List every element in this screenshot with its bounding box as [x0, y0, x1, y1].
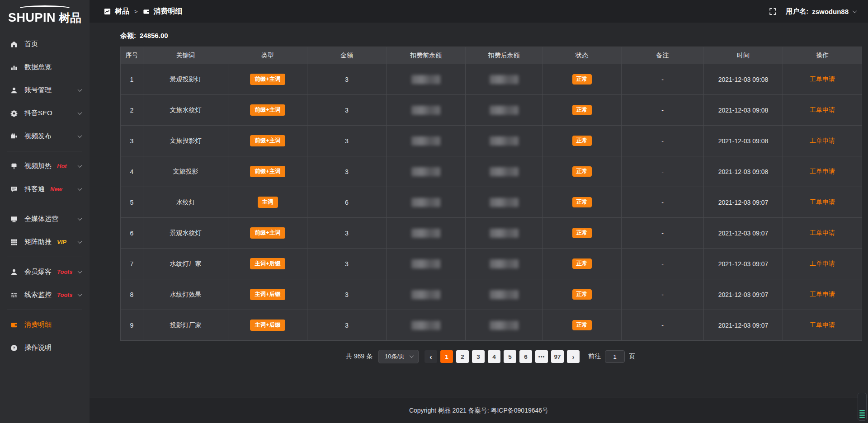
sidebar: SHUPIN 树品 首页数据总览账号管理抖音SEO视频发布视频加热Hot抖客通N… [0, 0, 90, 423]
cell-amount: 6 [307, 187, 387, 218]
sidebar-item-tag: Hot [57, 163, 67, 169]
sidebar-item-video-heat[interactable]: 视频加热Hot [0, 155, 90, 178]
cell-type: 前缀+主词 [228, 64, 307, 95]
main-column: 树品 > 消费明细 用户名: zswodun88 余额:24 [90, 0, 868, 423]
table-row: 4文旅投影前缀+主词3正常-2021-12-03 09:08工单申请 [121, 156, 862, 187]
topbar: 树品 > 消费明细 用户名: zswodun88 [90, 0, 868, 23]
cell-type: 前缀+主词 [228, 156, 307, 187]
user-menu[interactable]: 用户名: zswodun88 [786, 7, 856, 16]
page-button-97[interactable]: 97 [551, 350, 564, 363]
type-badge: 主词+后缀 [250, 258, 285, 269]
sidebar-item-label: 会员爆客 [24, 268, 52, 276]
blurred-balance [490, 229, 519, 238]
sidebar-item-account-management[interactable]: 账号管理 [0, 79, 90, 102]
table-row: 6景观水纹灯前缀+主词3正常-2021-12-03 09:07工单申请 [121, 218, 862, 249]
sidebar-item-label: 账号管理 [24, 86, 52, 94]
sidebar-item-douyin-seo[interactable]: 抖音SEO [0, 102, 90, 125]
cell-action: 工单申请 [783, 249, 862, 279]
work-order-link[interactable]: 工单申请 [810, 229, 835, 236]
page-button-2[interactable]: 2 [456, 350, 469, 363]
cell-keyword: 水纹灯厂家 [143, 249, 228, 279]
jump-page-input[interactable] [605, 350, 625, 363]
blurred-balance [411, 167, 440, 176]
cell-time: 2021-12-03 09:08 [704, 95, 783, 126]
work-order-link[interactable]: 工单申请 [810, 321, 835, 329]
cell-post-balance [466, 187, 542, 218]
type-badge: 主词+后缀 [250, 289, 285, 300]
cell-type: 主词+后缀 [228, 279, 307, 310]
work-order-link[interactable]: 工单申请 [810, 137, 835, 144]
cell-amount: 3 [307, 218, 387, 249]
type-badge: 主词+后缀 [250, 320, 285, 331]
next-page-button[interactable]: › [567, 350, 580, 363]
page-size-select[interactable]: 10条/页 [378, 350, 419, 363]
more-pages-button[interactable]: ••• [535, 350, 548, 363]
sidebar-item-matrix-boost[interactable]: 矩阵助推VIP [0, 230, 90, 254]
cell-pre-balance [387, 279, 466, 310]
sidebar-item-douketong[interactable]: 抖客通New [0, 178, 90, 201]
chevron-down-icon [78, 110, 82, 115]
chevron-down-icon [410, 353, 414, 358]
balance-label: 余额: [120, 32, 136, 39]
work-order-link[interactable]: 工单申请 [810, 198, 835, 206]
sidebar-nav: 首页数据总览账号管理抖音SEO视频发布视频加热Hot抖客通New全媒体运营矩阵助… [0, 30, 90, 423]
video-icon [10, 132, 18, 141]
blurred-balance [490, 290, 519, 299]
type-badge: 前缀+主词 [250, 166, 285, 177]
cell-action: 工单申请 [783, 310, 862, 341]
user-icon [10, 86, 18, 94]
work-order-link[interactable]: 工单申请 [810, 75, 835, 83]
cell-time: 2021-12-03 09:07 [704, 218, 783, 249]
sidebar-divider [7, 257, 82, 257]
cell-type: 前缀+主词 [228, 126, 307, 156]
sidebar-item-clue-monitor[interactable]: 线索监控Tools [0, 283, 90, 306]
table-row: 7水纹灯厂家主词+后缀3正常-2021-12-03 09:07工单申请 [121, 249, 862, 279]
work-order-link[interactable]: 工单申请 [810, 260, 835, 267]
cell-pre-balance [387, 126, 466, 156]
home-icon [10, 40, 18, 48]
username-value: zswodun88 [812, 8, 849, 15]
page-button-6[interactable]: 6 [519, 350, 532, 363]
cell-type: 主词+后缀 [228, 310, 307, 341]
cell-pre-balance [387, 218, 466, 249]
cell-index: 4 [121, 156, 143, 187]
cell-amount: 3 [307, 156, 387, 187]
sidebar-item-home[interactable]: 首页 [0, 33, 90, 56]
breadcrumb-home[interactable]: 树品 [115, 7, 129, 16]
svg-text:?: ? [13, 345, 15, 350]
work-order-link[interactable]: 工单申请 [810, 291, 835, 298]
cell-pre-balance [387, 249, 466, 279]
sidebar-item-member-baoke[interactable]: 会员爆客Tools [0, 260, 90, 283]
cell-type: 主词+后缀 [228, 249, 307, 279]
prev-page-button[interactable]: ‹ [425, 350, 437, 363]
page-button-5[interactable]: 5 [504, 350, 516, 363]
page-button-4[interactable]: 4 [488, 350, 500, 363]
page-button-3[interactable]: 3 [472, 350, 485, 363]
page-button-1[interactable]: 1 [440, 350, 453, 363]
sidebar-item-all-media-operation[interactable]: 全媒体运营 [0, 207, 90, 230]
balance-line: 余额:24856.00 [120, 32, 861, 40]
cell-action: 工单申请 [783, 64, 862, 95]
sidebar-item-data-overview[interactable]: 数据总览 [0, 56, 90, 79]
sidebar-item-video-publish[interactable]: 视频发布 [0, 125, 90, 148]
work-order-link[interactable]: 工单申请 [810, 168, 835, 175]
cell-remark: - [622, 156, 704, 187]
cell-type: 前缀+主词 [228, 218, 307, 249]
cell-status: 正常 [542, 64, 622, 95]
blurred-balance [411, 321, 440, 330]
table-row: 8水纹灯效果主词+后缀3正常-2021-12-03 09:07工单申请 [121, 279, 862, 310]
column-header: 关键词 [143, 47, 228, 64]
cell-status: 正常 [542, 218, 622, 249]
cell-status: 正常 [542, 95, 622, 126]
sidebar-item-instructions[interactable]: ?操作说明 [0, 336, 90, 359]
grid-icon [10, 238, 18, 246]
sidebar-item-consumption-detail[interactable]: 消费明细 [0, 313, 90, 336]
fullscreen-icon[interactable] [769, 8, 777, 15]
cell-amount: 3 [307, 310, 387, 341]
sidebar-item-label: 操作说明 [24, 343, 52, 352]
column-header: 金额 [307, 47, 387, 64]
cell-keyword: 文旅投影灯 [143, 126, 228, 156]
work-order-link[interactable]: 工单申请 [810, 106, 835, 113]
monitor-icon [10, 215, 18, 223]
column-header: 时间 [704, 47, 783, 64]
